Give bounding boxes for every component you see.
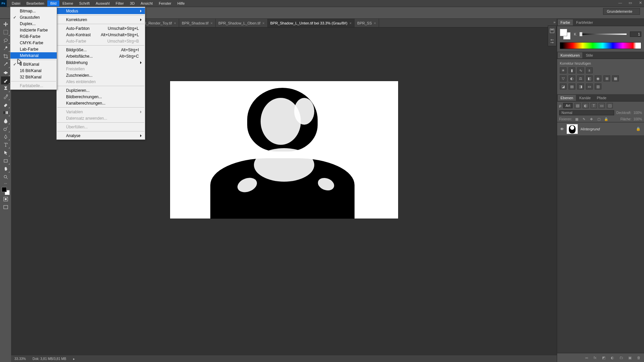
menu-bildberechnungen[interactable]: Bildberechnungen... <box>57 94 145 100</box>
lock-artboard-icon[interactable]: ▢ <box>596 117 601 121</box>
menu-ebene[interactable]: Ebene <box>59 0 76 6</box>
adj-photofilter-icon[interactable]: ◉ <box>595 75 601 81</box>
new-layer-icon[interactable]: ▣ <box>627 356 633 360</box>
filter-type-icon[interactable]: T <box>591 103 597 108</box>
link-layers-icon[interactable]: ⫘ <box>584 356 589 360</box>
fill-value[interactable]: 100% <box>633 117 642 121</box>
adj-levels-icon[interactable]: ▮ <box>569 67 575 73</box>
fx-icon[interactable]: fx <box>592 356 598 360</box>
rectangle-tool[interactable] <box>1 157 10 165</box>
filter-shape-icon[interactable]: ▭ <box>599 103 605 108</box>
hand-tool[interactable] <box>1 165 10 173</box>
menu-ansicht[interactable]: Ansicht <box>138 0 156 6</box>
menu-duplizieren[interactable]: Duplizieren... <box>57 87 145 94</box>
path-select-tool[interactable] <box>1 149 10 157</box>
color-value[interactable]: 1 <box>630 32 641 37</box>
filter-smart-icon[interactable]: ◫ <box>607 103 613 108</box>
adj-threshold-icon[interactable]: ◨ <box>577 83 584 89</box>
tab-close-icon[interactable]: × <box>374 21 376 25</box>
menu-modus[interactable]: Modus <box>57 8 145 14</box>
magic-wand-tool[interactable] <box>1 44 10 52</box>
layer-name[interactable]: Hintergrund <box>581 127 636 131</box>
tab-close-icon[interactable]: × <box>350 21 352 25</box>
tab-korrekturen[interactable]: Korrekturen <box>558 52 582 58</box>
marquee-tool[interactable] <box>1 28 10 36</box>
tab-pfade[interactable]: Pfade <box>594 95 609 101</box>
quickmask-icon[interactable] <box>1 195 10 203</box>
adj-colorbalance-icon[interactable]: ⚖ <box>577 75 584 81</box>
clone-stamp-tool[interactable] <box>1 84 10 93</box>
document-tab[interactable]: BPR_Shadow_L_Unten.tif bei 33.3% (Grau/8… <box>268 19 355 27</box>
menu-schrift[interactable]: Schrift <box>76 0 93 6</box>
modus-mehrkanal[interactable]: Mehrkanal <box>10 52 57 59</box>
layer-visibility-icon[interactable]: 👁 <box>557 127 567 131</box>
tab-close-icon[interactable]: × <box>174 21 176 25</box>
document-tab[interactable]: BPR_SS× <box>355 19 379 27</box>
dodge-tool[interactable] <box>1 125 10 133</box>
mask-icon[interactable]: ◩ <box>601 356 606 360</box>
document-tab[interactable]: BPR_Shadow.tif× <box>179 19 216 27</box>
menu-bild[interactable]: Bild <box>47 0 59 6</box>
tabs-overflow-icon[interactable]: » <box>553 20 555 24</box>
zoom-tool[interactable] <box>1 173 10 181</box>
close-icon[interactable]: ✕ <box>638 1 643 5</box>
healing-brush-tool[interactable] <box>1 68 10 76</box>
history-panel-icon[interactable] <box>548 26 556 36</box>
minimize-icon[interactable]: — <box>618 1 623 5</box>
modus-graustufen[interactable]: ✓Graustufen <box>10 14 57 20</box>
color-slider[interactable] <box>580 34 627 35</box>
modus-16bit[interactable]: 16 Bit/Kanal <box>10 67 57 74</box>
menu-auto-kontrast[interactable]: Auto-KontrastAlt+Umschalt+Strg+L <box>57 32 145 38</box>
history-brush-tool[interactable] <box>1 93 10 101</box>
new-adj-icon[interactable]: ◐ <box>610 356 615 360</box>
lock-all-icon[interactable]: 🔒 <box>603 117 609 121</box>
tab-ebenen[interactable]: Ebenen <box>558 95 576 101</box>
menu-arbeitsflaeche[interactable]: Arbeitsfläche...Alt+Strg+C <box>57 53 145 59</box>
pen-tool[interactable] <box>1 133 10 141</box>
filter-adj-icon[interactable]: ◐ <box>583 103 589 108</box>
color-spectrum[interactable] <box>560 42 641 49</box>
tab-kanaele[interactable]: Kanäle <box>577 95 593 101</box>
gradient-tool[interactable] <box>1 109 10 117</box>
tab-close-icon[interactable]: × <box>262 21 264 25</box>
screenmode-icon[interactable] <box>1 203 10 211</box>
menu-bearbeiten[interactable]: Bearbeiten <box>23 0 47 6</box>
delete-layer-icon[interactable]: 🗑 <box>636 356 641 360</box>
modus-cmyk[interactable]: CMYK-Farbe <box>10 40 57 46</box>
opacity-value[interactable]: 100% <box>633 111 642 115</box>
adj-channelmixer-icon[interactable]: ⊞ <box>603 75 610 81</box>
modus-duplex[interactable]: Duplex... <box>10 20 57 27</box>
new-group-icon[interactable]: 🗀 <box>619 356 624 360</box>
workspace-picker[interactable]: Grundelemente <box>603 8 640 15</box>
blend-mode[interactable]: Normal <box>559 110 614 115</box>
blur-tool[interactable] <box>1 117 10 125</box>
modus-bitmap[interactable]: Bitmap... <box>10 8 57 14</box>
brush-tool[interactable] <box>1 76 10 84</box>
maximize-icon[interactable]: ▭ <box>628 1 633 5</box>
adj-posterize-icon[interactable]: ▤ <box>569 83 575 89</box>
eraser-tool[interactable] <box>1 101 10 109</box>
layer-lock-icon[interactable]: 🔒 <box>636 127 644 131</box>
modus-32bit[interactable]: 32 Bit/Kanal <box>10 74 57 80</box>
layer-thumbnail[interactable] <box>567 124 578 134</box>
status-chevron-icon[interactable]: ▸ <box>73 357 75 361</box>
properties-panel-icon[interactable] <box>548 36 556 46</box>
modus-rgb[interactable]: RGB-Farbe <box>10 33 57 40</box>
type-tool[interactable] <box>1 141 10 149</box>
menu-filter[interactable]: Filter <box>113 0 127 6</box>
zoom-readout[interactable]: 33.33% <box>14 357 26 361</box>
modus-lab[interactable]: Lab-Farbe <box>10 46 57 52</box>
doc-size-readout[interactable]: Dok: 3,81 MB/3,81 MB <box>33 357 66 361</box>
document-canvas[interactable] <box>170 81 398 219</box>
edit-toolbar-icon[interactable]: ··· <box>1 181 10 186</box>
adj-selectivecolor-icon[interactable]: ▥ <box>595 83 601 89</box>
menu-3d[interactable]: 3D <box>127 0 138 6</box>
crop-tool[interactable] <box>1 52 10 60</box>
menu-bildgroesse[interactable]: Bildgröße...Alt+Strg+I <box>57 47 145 53</box>
document-tab[interactable]: BPR_Shadow_L_Oben.tif× <box>216 19 268 27</box>
menu-korrekturen[interactable]: Korrekturen <box>57 16 145 23</box>
eyedropper-tool[interactable] <box>1 60 10 68</box>
adj-bw-icon[interactable]: ◧ <box>586 75 593 81</box>
menu-hilfe[interactable]: Hilfe <box>174 0 188 6</box>
foreground-background-swatch[interactable] <box>2 187 10 195</box>
